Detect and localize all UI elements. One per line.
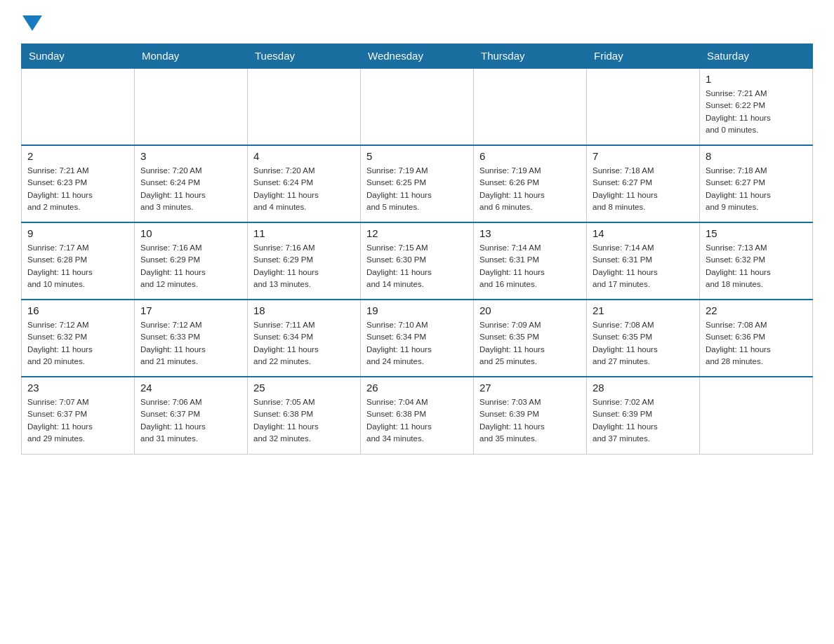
day-number: 19 <box>366 304 468 316</box>
day-number: 6 <box>479 150 581 162</box>
day-number: 5 <box>366 150 468 162</box>
day-info: Sunrise: 7:14 AM Sunset: 6:31 PM Dayligh… <box>479 242 581 290</box>
day-number: 3 <box>140 150 241 162</box>
day-info: Sunrise: 7:14 AM Sunset: 6:31 PM Dayligh… <box>593 242 694 290</box>
calendar-cell: 18Sunrise: 7:11 AM Sunset: 6:34 PM Dayli… <box>248 300 361 377</box>
calendar-cell: 11Sunrise: 7:16 AM Sunset: 6:29 PM Dayli… <box>248 222 361 300</box>
day-info: Sunrise: 7:07 AM Sunset: 6:37 PM Dayligh… <box>27 396 128 445</box>
day-info: Sunrise: 7:10 AM Sunset: 6:34 PM Dayligh… <box>366 319 468 368</box>
calendar-cell <box>587 68 700 145</box>
day-info: Sunrise: 7:18 AM Sunset: 6:27 PM Dayligh… <box>706 165 807 213</box>
calendar-cell <box>22 68 135 145</box>
day-info: Sunrise: 7:05 AM Sunset: 6:38 PM Dayligh… <box>253 396 355 445</box>
calendar-week-1: 1Sunrise: 7:21 AM Sunset: 6:22 PM Daylig… <box>22 68 813 145</box>
calendar-cell: 12Sunrise: 7:15 AM Sunset: 6:30 PM Dayli… <box>361 222 474 300</box>
calendar-cell: 21Sunrise: 7:08 AM Sunset: 6:35 PM Dayli… <box>587 300 700 377</box>
day-number: 8 <box>706 150 807 162</box>
day-info: Sunrise: 7:03 AM Sunset: 6:39 PM Dayligh… <box>479 396 581 445</box>
logo-arrow-icon <box>22 15 42 32</box>
calendar-cell: 25Sunrise: 7:05 AM Sunset: 6:38 PM Dayli… <box>248 377 361 454</box>
day-number: 26 <box>366 382 468 394</box>
day-info: Sunrise: 7:11 AM Sunset: 6:34 PM Dayligh… <box>253 319 355 368</box>
weekday-header-monday: Monday <box>135 44 248 69</box>
calendar-cell: 15Sunrise: 7:13 AM Sunset: 6:32 PM Dayli… <box>700 222 813 300</box>
calendar-table: SundayMondayTuesdayWednesdayThursdayFrid… <box>21 43 813 455</box>
day-info: Sunrise: 7:16 AM Sunset: 6:29 PM Dayligh… <box>140 242 241 290</box>
calendar-week-3: 9Sunrise: 7:17 AM Sunset: 6:28 PM Daylig… <box>22 222 813 300</box>
calendar-cell: 4Sunrise: 7:20 AM Sunset: 6:24 PM Daylig… <box>248 145 361 222</box>
calendar-cell: 5Sunrise: 7:19 AM Sunset: 6:25 PM Daylig… <box>361 145 474 222</box>
day-number: 11 <box>253 227 355 239</box>
calendar-cell <box>248 68 361 145</box>
day-number: 16 <box>27 304 128 316</box>
calendar-cell: 27Sunrise: 7:03 AM Sunset: 6:39 PM Dayli… <box>474 377 587 454</box>
day-info: Sunrise: 7:20 AM Sunset: 6:24 PM Dayligh… <box>140 165 241 213</box>
weekday-header-friday: Friday <box>587 44 700 69</box>
calendar-week-4: 16Sunrise: 7:12 AM Sunset: 6:32 PM Dayli… <box>22 300 813 377</box>
day-info: Sunrise: 7:21 AM Sunset: 6:22 PM Dayligh… <box>706 88 807 136</box>
calendar-cell: 2Sunrise: 7:21 AM Sunset: 6:23 PM Daylig… <box>22 145 135 222</box>
calendar-cell: 14Sunrise: 7:14 AM Sunset: 6:31 PM Dayli… <box>587 222 700 300</box>
calendar-cell: 3Sunrise: 7:20 AM Sunset: 6:24 PM Daylig… <box>135 145 248 222</box>
calendar-cell: 26Sunrise: 7:04 AM Sunset: 6:38 PM Dayli… <box>361 377 474 454</box>
day-info: Sunrise: 7:15 AM Sunset: 6:30 PM Dayligh… <box>366 242 468 290</box>
day-info: Sunrise: 7:16 AM Sunset: 6:29 PM Dayligh… <box>253 242 355 290</box>
day-number: 18 <box>253 304 355 316</box>
day-info: Sunrise: 7:19 AM Sunset: 6:26 PM Dayligh… <box>479 165 581 213</box>
day-number: 21 <box>593 304 694 316</box>
day-info: Sunrise: 7:20 AM Sunset: 6:24 PM Dayligh… <box>253 165 355 213</box>
day-info: Sunrise: 7:21 AM Sunset: 6:23 PM Dayligh… <box>27 165 128 213</box>
day-number: 9 <box>27 227 128 239</box>
day-number: 14 <box>593 227 694 239</box>
calendar-cell: 1Sunrise: 7:21 AM Sunset: 6:22 PM Daylig… <box>700 68 813 145</box>
day-number: 28 <box>593 382 694 394</box>
day-number: 1 <box>706 73 807 85</box>
calendar-cell <box>700 377 813 454</box>
day-info: Sunrise: 7:19 AM Sunset: 6:25 PM Dayligh… <box>366 165 468 213</box>
calendar-cell: 9Sunrise: 7:17 AM Sunset: 6:28 PM Daylig… <box>22 222 135 300</box>
day-number: 10 <box>140 227 241 239</box>
day-number: 25 <box>253 382 355 394</box>
day-info: Sunrise: 7:02 AM Sunset: 6:39 PM Dayligh… <box>593 396 694 445</box>
calendar-cell: 19Sunrise: 7:10 AM Sunset: 6:34 PM Dayli… <box>361 300 474 377</box>
calendar-week-2: 2Sunrise: 7:21 AM Sunset: 6:23 PM Daylig… <box>22 145 813 222</box>
calendar-cell: 10Sunrise: 7:16 AM Sunset: 6:29 PM Dayli… <box>135 222 248 300</box>
day-info: Sunrise: 7:08 AM Sunset: 6:35 PM Dayligh… <box>593 319 694 368</box>
weekday-header-thursday: Thursday <box>474 44 587 69</box>
day-info: Sunrise: 7:06 AM Sunset: 6:37 PM Dayligh… <box>140 396 241 445</box>
day-info: Sunrise: 7:17 AM Sunset: 6:28 PM Dayligh… <box>27 242 128 290</box>
calendar-cell: 22Sunrise: 7:08 AM Sunset: 6:36 PM Dayli… <box>700 300 813 377</box>
day-number: 2 <box>27 150 128 162</box>
weekday-header-row: SundayMondayTuesdayWednesdayThursdayFrid… <box>22 44 813 69</box>
calendar-cell: 16Sunrise: 7:12 AM Sunset: 6:32 PM Dayli… <box>22 300 135 377</box>
calendar-cell: 20Sunrise: 7:09 AM Sunset: 6:35 PM Dayli… <box>474 300 587 377</box>
weekday-header-saturday: Saturday <box>700 44 813 69</box>
svg-marker-0 <box>22 15 42 31</box>
weekday-header-wednesday: Wednesday <box>361 44 474 69</box>
day-number: 4 <box>253 150 355 162</box>
day-info: Sunrise: 7:09 AM Sunset: 6:35 PM Dayligh… <box>479 319 581 368</box>
day-info: Sunrise: 7:12 AM Sunset: 6:32 PM Dayligh… <box>27 319 128 368</box>
calendar-cell: 7Sunrise: 7:18 AM Sunset: 6:27 PM Daylig… <box>587 145 700 222</box>
day-number: 17 <box>140 304 241 316</box>
calendar-cell: 24Sunrise: 7:06 AM Sunset: 6:37 PM Dayli… <box>135 377 248 454</box>
calendar-cell: 8Sunrise: 7:18 AM Sunset: 6:27 PM Daylig… <box>700 145 813 222</box>
day-info: Sunrise: 7:12 AM Sunset: 6:33 PM Dayligh… <box>140 319 241 368</box>
calendar-cell: 17Sunrise: 7:12 AM Sunset: 6:33 PM Dayli… <box>135 300 248 377</box>
calendar-cell: 23Sunrise: 7:07 AM Sunset: 6:37 PM Dayli… <box>22 377 135 454</box>
day-number: 20 <box>479 304 581 316</box>
day-number: 22 <box>706 304 807 316</box>
weekday-header-tuesday: Tuesday <box>248 44 361 69</box>
day-number: 23 <box>27 382 128 394</box>
day-info: Sunrise: 7:13 AM Sunset: 6:32 PM Dayligh… <box>706 242 807 290</box>
day-number: 15 <box>706 227 807 239</box>
day-info: Sunrise: 7:08 AM Sunset: 6:36 PM Dayligh… <box>706 319 807 368</box>
day-info: Sunrise: 7:18 AM Sunset: 6:27 PM Dayligh… <box>593 165 694 213</box>
logo <box>21 14 42 29</box>
day-number: 27 <box>479 382 581 394</box>
calendar-cell <box>474 68 587 145</box>
page-header <box>21 14 813 29</box>
calendar-cell <box>361 68 474 145</box>
calendar-week-5: 23Sunrise: 7:07 AM Sunset: 6:37 PM Dayli… <box>22 377 813 454</box>
day-number: 7 <box>593 150 694 162</box>
